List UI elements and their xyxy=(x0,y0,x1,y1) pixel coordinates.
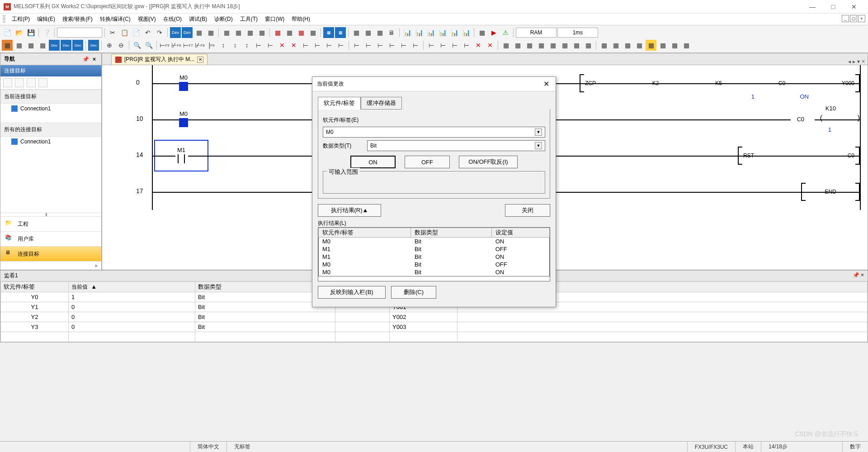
watch-close-icon[interactable]: × xyxy=(861,272,864,280)
ladder-tool-icon[interactable]: ▦ xyxy=(512,40,523,51)
copy-icon[interactable]: 📋 xyxy=(119,27,130,38)
ladder-tool-icon[interactable]: ⊢ xyxy=(312,40,323,51)
ladder-tool-icon[interactable]: ⊢ xyxy=(324,40,335,51)
nav-tab-project[interactable]: 📁工程 xyxy=(0,216,101,231)
close-button[interactable]: ✕ xyxy=(844,0,864,13)
dropdown-icon[interactable]: ▼ xyxy=(535,142,542,149)
tool-icon[interactable]: ▦ xyxy=(221,27,232,38)
redo-icon[interactable]: ↷ xyxy=(154,27,165,38)
tool-icon[interactable]: ▦ xyxy=(256,27,267,38)
tab-close-icon[interactable]: ✕ xyxy=(197,57,203,63)
ladder-tool-icon[interactable]: ✕ xyxy=(473,40,484,51)
ladder-tool-icon[interactable]: ▦ xyxy=(657,40,668,51)
ladder-tool-icon[interactable]: ⊢ xyxy=(253,40,264,51)
nav-close-icon[interactable]: × xyxy=(91,56,98,62)
contact-m1[interactable]: M1 xyxy=(172,147,190,163)
tool-icon[interactable]: 📊 xyxy=(425,27,436,38)
ladder-tool-icon[interactable]: ⊢ xyxy=(265,40,276,51)
tool-icon[interactable]: Dev xyxy=(170,27,181,38)
ladder-tool-icon[interactable]: ▦ xyxy=(622,40,633,51)
maximize-button[interactable]: □ xyxy=(823,0,844,13)
paste-icon[interactable]: 📄 xyxy=(131,27,142,38)
open-icon[interactable]: 📂 xyxy=(14,27,24,38)
result-row[interactable]: M0BitON xyxy=(319,268,550,276)
tool-icon[interactable]: 📊 xyxy=(414,27,425,38)
ladder-tool-icon[interactable]: ▦ xyxy=(559,40,570,51)
ladder-tool-icon[interactable]: ✕ xyxy=(485,40,495,51)
mdi-min-icon[interactable]: _ xyxy=(842,15,849,22)
tool-icon[interactable]: ▦ xyxy=(296,27,307,38)
tool-icon[interactable]: ▦ xyxy=(374,27,385,38)
ladder-f7-icon[interactable]: ⊢F7 xyxy=(183,40,193,51)
tool-icon[interactable]: 🖥 xyxy=(386,27,397,38)
ladder-tool-icon[interactable]: ⊢ xyxy=(387,40,397,51)
tab-device[interactable]: 软元件/标签 xyxy=(318,97,361,109)
menu-diagnose[interactable]: 诊断(D) xyxy=(211,14,236,24)
close-button[interactable]: 关闭 xyxy=(505,204,550,217)
tool-icon[interactable]: ▦ xyxy=(25,40,36,51)
menu-compile[interactable]: 转换/编译(C) xyxy=(96,14,134,24)
tool-icon[interactable]: 📊 xyxy=(402,27,413,38)
reflect-button[interactable]: 反映到输入栏(B) xyxy=(318,286,386,299)
menu-debug[interactable]: 调试(B) xyxy=(185,14,211,24)
instruction-end[interactable]: END xyxy=(801,183,860,201)
off-button[interactable]: OFF xyxy=(405,156,450,168)
ladder-tool-icon[interactable]: ↕ xyxy=(241,40,252,51)
result-list[interactable]: 软元件/标签数据类型设定值 M0BitON M1BitOFF M1BitON M… xyxy=(318,227,550,281)
minimize-button[interactable]: — xyxy=(802,0,823,13)
warn-icon[interactable]: ⚠ xyxy=(500,27,511,38)
coil-label[interactable]: C0 xyxy=(797,116,804,123)
menu-tools[interactable]: 工具(T) xyxy=(236,14,261,24)
ladder-tool-icon[interactable]: ▦ xyxy=(681,40,692,51)
result-row[interactable]: M1BitON xyxy=(319,253,550,261)
tool-icon[interactable]: ▦ xyxy=(323,27,334,38)
result-row[interactable]: M1BitOFF xyxy=(319,245,550,253)
tool-icon[interactable]: 📊 xyxy=(437,27,448,38)
ladder-tool-icon[interactable]: ⊢ xyxy=(461,40,472,51)
nav-tab-userlib[interactable]: 📚用户库 xyxy=(0,231,101,246)
tool-icon[interactable]: Dev xyxy=(88,40,99,51)
tab-prev-icon[interactable]: ◂ xyxy=(848,58,851,65)
help-icon[interactable]: ❔ xyxy=(41,27,52,38)
ladder-tool-icon[interactable]: ↕ xyxy=(218,40,229,51)
ladder-tool-icon[interactable]: ⊢ xyxy=(398,40,409,51)
menu-window[interactable]: 窗口(W) xyxy=(261,14,288,24)
ladder-tool-icon[interactable]: ⊢ xyxy=(300,40,311,51)
instruction-rst[interactable]: RST C0 xyxy=(738,147,860,165)
nav-connection-current[interactable]: Connection1 xyxy=(0,104,101,114)
tool-icon[interactable]: 📊 xyxy=(449,27,460,38)
delete-button[interactable]: 删除(C) xyxy=(391,286,436,299)
menu-help[interactable]: 帮助(H) xyxy=(288,14,314,24)
ladder-tool-icon[interactable]: ⊢ xyxy=(426,40,437,51)
ladder-tool-icon[interactable]: ▦ xyxy=(646,40,656,51)
tool-icon[interactable]: ▦ xyxy=(307,27,318,38)
tool-icon[interactable]: ▦ xyxy=(193,27,204,38)
tool-icon[interactable]: ▦ xyxy=(284,27,295,38)
tool-icon[interactable]: ▦ xyxy=(205,27,216,38)
tool-icon[interactable]: Dev xyxy=(182,27,193,38)
ladder-tool-icon[interactable]: ▦ xyxy=(634,40,645,51)
ladder-tool-icon[interactable]: ⊢ xyxy=(410,40,421,51)
watch-row[interactable] xyxy=(1,332,868,342)
nav-tool-icon[interactable] xyxy=(27,78,36,87)
datatype-combo[interactable]: Bit▼ xyxy=(367,140,545,151)
menu-online[interactable]: 在线(O) xyxy=(160,14,185,24)
watch-pin-icon[interactable]: 📌 xyxy=(853,272,859,280)
tool-icon[interactable]: ⊕ xyxy=(104,40,115,51)
ladder-tool-icon[interactable]: ✕ xyxy=(277,40,288,51)
ladder-tool-icon[interactable]: ⊢ xyxy=(438,40,448,51)
ladder-tool-icon[interactable]: ↕ xyxy=(230,40,241,51)
ladder-tool-icon[interactable]: ✕ xyxy=(288,40,299,51)
tool-icon[interactable]: ▦ xyxy=(272,27,283,38)
run-icon[interactable]: ▶ xyxy=(488,27,499,38)
tool-icon[interactable]: ▦ xyxy=(363,27,373,38)
nav-tab-connection[interactable]: 🖥连接目标 xyxy=(0,246,101,261)
dialog-close-icon[interactable]: ✕ xyxy=(542,80,551,88)
on-button[interactable]: ON xyxy=(350,156,396,168)
cut-icon[interactable]: ✂ xyxy=(107,27,118,38)
nav-tool-icon[interactable] xyxy=(15,78,24,87)
ladder-f8-icon[interactable]: ⊬F8 xyxy=(194,40,205,51)
ladder-tool-icon[interactable]: ▦ xyxy=(547,40,558,51)
nav-tool-icon[interactable] xyxy=(3,78,12,87)
new-icon[interactable]: 📄 xyxy=(2,27,13,38)
